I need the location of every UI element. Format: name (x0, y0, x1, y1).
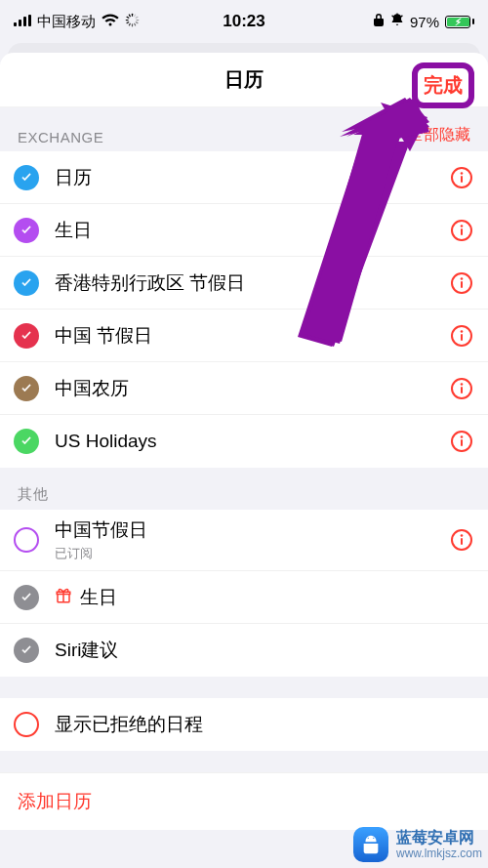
svg-rect-4 (132, 13, 133, 16)
calendar-label: 日历 (55, 165, 92, 190)
hide-all-button[interactable]: 全部隐藏 (408, 125, 470, 145)
battery-percent: 97% (410, 14, 439, 30)
svg-point-26 (461, 330, 464, 333)
status-time: 10:23 (223, 12, 264, 31)
info-icon[interactable] (449, 218, 474, 243)
calendar-checkbox[interactable] (14, 323, 39, 349)
svg-point-23 (461, 277, 464, 280)
calendar-checkbox[interactable] (14, 638, 39, 663)
calendar-row[interactable]: 中国 节假日 (0, 310, 488, 362)
svg-rect-8 (135, 21, 138, 23)
svg-rect-12 (126, 21, 129, 23)
svg-rect-10 (132, 23, 133, 26)
watermark-url: www.lmkjsz.com (396, 847, 482, 860)
svg-rect-36 (461, 538, 463, 545)
carrier-label: 中国移动 (37, 13, 96, 31)
calendar-checkbox[interactable] (14, 585, 39, 610)
calendar-checkbox[interactable] (14, 165, 39, 190)
calendar-checkbox[interactable] (14, 270, 39, 296)
calendar-label: US Holidays (55, 431, 157, 452)
spacer (0, 751, 488, 772)
rejected-checkbox[interactable] (14, 712, 39, 737)
rejected-label: 显示已拒绝的日程 (55, 712, 203, 737)
calendar-checkbox[interactable] (14, 527, 39, 553)
svg-rect-3 (28, 15, 31, 26)
calendar-row[interactable]: 生日 (0, 204, 488, 257)
calendar-label: Siri建议 (55, 638, 118, 663)
battery-icon: ⚡︎ (445, 16, 474, 28)
svg-rect-24 (461, 281, 463, 288)
nav-title: 日历 (224, 66, 264, 93)
info-icon[interactable] (449, 323, 474, 349)
svg-point-35 (461, 534, 464, 537)
other-list: 中国节假日已订阅生日Siri建议 (0, 510, 488, 677)
calendar-label: 生日 (80, 585, 117, 610)
svg-rect-13 (126, 19, 129, 20)
calendar-label: 生日 (55, 218, 92, 243)
svg-rect-33 (461, 439, 463, 446)
show-rejected-row[interactable]: 显示已拒绝的日程 (0, 698, 488, 751)
calendar-row[interactable]: US Holidays (0, 415, 488, 468)
loading-icon (125, 13, 140, 31)
svg-rect-14 (126, 16, 129, 19)
rejected-list: 显示已拒绝的日程 (0, 698, 488, 751)
nav-bar: 日历 完成 (0, 53, 488, 107)
info-icon[interactable] (449, 527, 474, 553)
info-icon[interactable] (449, 165, 474, 190)
watermark-icon (353, 827, 388, 862)
svg-rect-2 (23, 17, 26, 26)
calendar-row[interactable]: 中国农历 (0, 362, 488, 415)
info-icon[interactable] (449, 429, 474, 454)
info-icon[interactable] (449, 270, 474, 296)
watermark: 蓝莓安卓网 www.lmkjsz.com (353, 827, 482, 862)
section-header-other: 其他 (0, 468, 488, 510)
calendar-row[interactable]: 日历 (0, 151, 488, 204)
svg-rect-11 (129, 22, 132, 25)
sheet-content[interactable]: EXCHANGE 全部隐藏 日历生日香港特别行政区 节假日中国 节假日中国农历U… (0, 107, 488, 868)
svg-point-29 (461, 383, 464, 386)
calendar-checkbox[interactable] (14, 376, 39, 401)
svg-rect-15 (129, 14, 132, 17)
svg-rect-0 (14, 22, 17, 26)
calendar-row[interactable]: 中国节假日已订阅 (0, 510, 488, 571)
calendar-sublabel: 已订阅 (55, 545, 147, 562)
calendar-label: 中国 节假日 (55, 323, 152, 349)
svg-rect-1 (19, 20, 21, 26)
status-left: 中国移动 (14, 13, 140, 31)
calendar-row[interactable]: Siri建议 (0, 624, 488, 677)
svg-rect-6 (135, 16, 138, 19)
svg-rect-30 (461, 387, 463, 393)
wifi-icon (102, 13, 119, 30)
gift-icon (55, 587, 72, 608)
info-icon[interactable] (449, 376, 474, 401)
calendar-label: 中国节假日 (55, 517, 147, 543)
svg-rect-9 (134, 22, 137, 25)
add-calendar-button[interactable]: 添加日历 (0, 772, 488, 830)
status-right: 97% ⚡︎ (373, 13, 474, 30)
status-bar: 中国移动 10:23 97% ⚡︎ (0, 0, 488, 43)
spacer (0, 677, 488, 698)
svg-point-32 (461, 435, 464, 438)
calendar-row[interactable]: 香港特别行政区 节假日 (0, 257, 488, 310)
alarm-icon (390, 13, 404, 30)
signal-icon (14, 13, 31, 30)
calendars-sheet: 日历 完成 EXCHANGE 全部隐藏 日历生日香港特别行政区 节假日中国 节假… (0, 53, 488, 868)
svg-rect-7 (136, 19, 139, 20)
svg-point-17 (461, 172, 464, 175)
svg-point-20 (461, 225, 464, 227)
section-header-exchange: EXCHANGE 全部隐藏 (0, 107, 488, 151)
svg-rect-5 (134, 14, 137, 17)
calendar-checkbox[interactable] (14, 429, 39, 454)
calendar-label: 香港特别行政区 节假日 (55, 270, 245, 296)
exchange-list: 日历生日香港特别行政区 节假日中国 节假日中国农历US Holidays (0, 151, 488, 468)
svg-rect-18 (461, 176, 463, 183)
lock-icon (373, 13, 385, 30)
section-title-other: 其他 (18, 485, 48, 504)
calendar-label: 中国农历 (55, 376, 129, 401)
svg-rect-27 (461, 334, 463, 341)
calendar-row[interactable]: 生日 (0, 571, 488, 624)
done-button[interactable]: 完成 (412, 62, 474, 108)
calendar-checkbox[interactable] (14, 218, 39, 243)
watermark-title: 蓝莓安卓网 (396, 828, 482, 847)
section-title-exchange: EXCHANGE (18, 129, 103, 145)
